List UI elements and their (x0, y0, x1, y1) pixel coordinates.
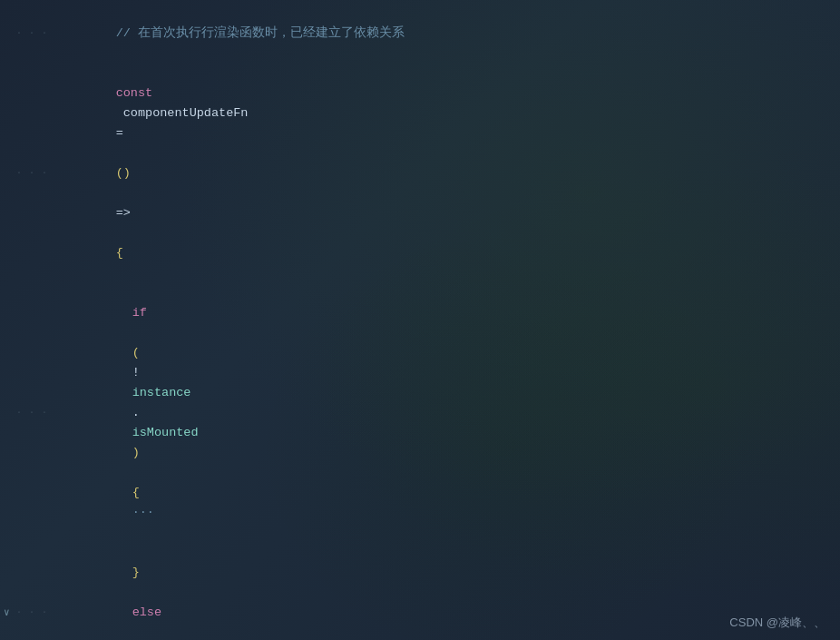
line-dots: · · · (16, 24, 48, 44)
code-content: const componentUpdateFn = () => { (55, 64, 840, 283)
paren: } (132, 566, 140, 579)
line-gutter: · · · (4, 163, 55, 183)
code-content: } else { (55, 543, 840, 640)
operator: = (116, 126, 123, 140)
paren: () (116, 166, 131, 180)
line-gutter: · · · (4, 403, 55, 423)
fold-indicator: ∨ (4, 603, 15, 623)
fold-indicator (4, 24, 15, 44)
code-content: // 在首次执行行渲染函数时，已经建立了依赖关系 (55, 4, 840, 64)
paren: { (132, 486, 140, 499)
var (116, 186, 123, 200)
keyword: if (132, 306, 147, 320)
operator: . (132, 406, 140, 419)
code-line: · · · if ( ! instance . isMounted ) { ··… (0, 283, 840, 543)
code-content: if ( ! instance . isMounted ) { ··· (55, 283, 840, 543)
code-line: ∨ · · · } else { (0, 543, 840, 640)
line-gutter: ∨ · · · (4, 603, 55, 623)
paren: ) (132, 446, 140, 459)
var (132, 326, 140, 340)
var: componentUpdateFn (116, 106, 256, 120)
var (132, 586, 140, 599)
operator: ! (132, 366, 140, 379)
line-dots: · · · (16, 163, 48, 183)
keyword: else (132, 606, 161, 619)
comment: // 在首次执行行渲染函数时，已经建立了依赖关系 (116, 26, 405, 40)
comment: ··· (132, 506, 154, 519)
paren: ( (132, 346, 140, 359)
var (116, 146, 123, 160)
watermark: CSDN @凌峰、、 (729, 613, 825, 633)
fold-indicator (4, 403, 15, 423)
code-editor: · · · // 在首次执行行渲染函数时，已经建立了依赖关系 · · · con… (0, 0, 840, 640)
property: isMounted (132, 426, 199, 439)
fold-indicator (4, 163, 15, 183)
code-line: · · · // 在首次执行行渲染函数时，已经建立了依赖关系 (0, 4, 840, 64)
var (116, 226, 123, 240)
line-gutter: · · · (4, 24, 55, 44)
var (132, 466, 140, 479)
paren: { (116, 246, 123, 260)
keyword: const (116, 86, 153, 100)
var (132, 625, 140, 639)
property: instance (132, 386, 191, 399)
line-dots: · · · (16, 403, 48, 423)
operator: => (116, 206, 131, 220)
code-line: · · · const componentUpdateFn = () => { (0, 64, 840, 283)
line-dots: · · · (16, 603, 48, 623)
